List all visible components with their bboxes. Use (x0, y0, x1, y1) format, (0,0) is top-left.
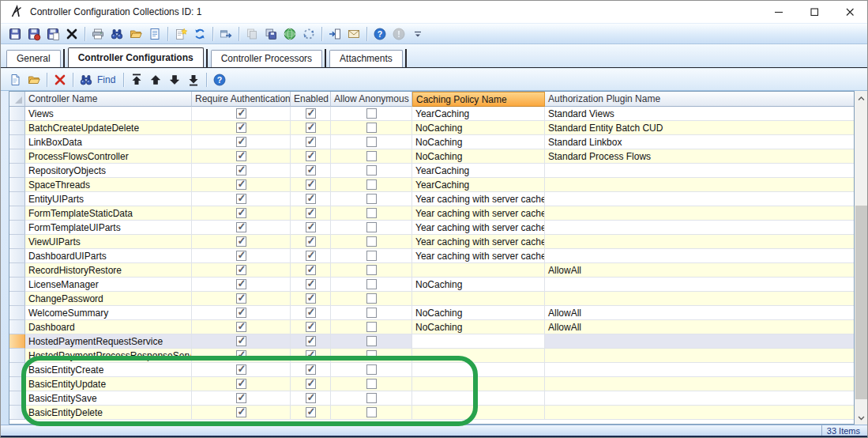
cell-enabled[interactable] (291, 235, 331, 249)
cell-allow-anonymous[interactable] (331, 121, 412, 135)
cell-authorization-plugin[interactable]: AllowAll (545, 306, 854, 320)
cell-enabled[interactable] (291, 178, 331, 192)
cell-enabled[interactable] (291, 306, 331, 320)
unchecked-checkbox-icon[interactable] (366, 251, 377, 261)
cell-caching-policy[interactable] (412, 363, 545, 377)
checked-checkbox-icon[interactable] (306, 108, 316, 119)
unchecked-checkbox-icon[interactable] (366, 137, 377, 147)
cell-caching-policy[interactable] (412, 377, 545, 391)
send-button[interactable] (344, 25, 363, 43)
cell-caching-policy[interactable]: Year caching with server cache (412, 235, 545, 249)
cell-controller-name[interactable]: BasicEntityDelete (25, 406, 192, 420)
checked-checkbox-icon[interactable] (236, 179, 246, 190)
cell-controller-name[interactable]: BasicEntitySave (25, 391, 192, 406)
unchecked-checkbox-icon[interactable] (366, 108, 377, 119)
cell-controller-name[interactable]: LicenseManager (25, 278, 192, 292)
checked-checkbox-icon[interactable] (236, 350, 246, 361)
cell-allow-anonymous[interactable] (331, 135, 412, 149)
cell-authorization-plugin[interactable]: Standard Linkbox (545, 135, 854, 149)
cell-allow-anonymous[interactable] (331, 406, 412, 420)
table-row[interactable]: ViewUIPartsYear caching with server cach… (9, 235, 854, 249)
find-rows-button[interactable] (77, 70, 96, 89)
cell-controller-name[interactable]: ViewUIParts (25, 235, 192, 249)
cell-allow-anonymous[interactable] (331, 320, 412, 334)
select-all-corner[interactable] (9, 92, 25, 107)
cell-caching-policy[interactable]: YearCaching (412, 178, 545, 192)
unchecked-checkbox-icon[interactable] (366, 123, 377, 133)
checked-checkbox-icon[interactable] (306, 208, 316, 218)
checked-checkbox-icon[interactable] (306, 379, 316, 389)
table-row[interactable]: ProcessFlowsControllerNoCachingStandard … (9, 149, 854, 164)
unchecked-checkbox-icon[interactable] (366, 151, 377, 161)
cell-authorization-plugin[interactable] (545, 292, 854, 306)
tab-controller-processors[interactable]: Controller Processors (211, 50, 322, 67)
web-button[interactable] (280, 25, 299, 43)
cell-require-authentication[interactable] (192, 334, 291, 349)
import-button[interactable] (325, 25, 344, 43)
cell-allow-anonymous[interactable] (331, 292, 412, 306)
cell-require-authentication[interactable] (192, 263, 291, 278)
cell-controller-name[interactable]: WelcomeSummary (25, 306, 192, 320)
cell-enabled[interactable] (291, 278, 331, 292)
cell-controller-name[interactable]: RepositoryObjects (25, 164, 192, 178)
checked-checkbox-icon[interactable] (306, 336, 316, 346)
cell-controller-name[interactable]: ChangePassword (25, 292, 192, 306)
row-selector[interactable] (9, 192, 25, 206)
checked-checkbox-icon[interactable] (306, 194, 316, 204)
row-selector[interactable] (9, 363, 25, 377)
cell-caching-policy[interactable]: NoCaching (412, 135, 545, 149)
checked-checkbox-icon[interactable] (236, 108, 246, 119)
unchecked-checkbox-icon[interactable] (366, 350, 377, 361)
checked-checkbox-icon[interactable] (306, 165, 316, 176)
row-selector[interactable] (9, 306, 25, 320)
tab-general[interactable]: General (6, 50, 61, 67)
cell-require-authentication[interactable] (192, 135, 291, 149)
checked-checkbox-icon[interactable] (236, 137, 246, 147)
checked-checkbox-icon[interactable] (306, 364, 316, 375)
delete-row-button[interactable] (51, 70, 70, 89)
checked-checkbox-icon[interactable] (236, 194, 246, 204)
cell-require-authentication[interactable] (192, 349, 291, 363)
checked-checkbox-icon[interactable] (306, 265, 316, 275)
table-row[interactable]: EntityUIPartsYear caching with server ca… (9, 192, 854, 206)
checked-checkbox-icon[interactable] (306, 279, 316, 289)
cell-enabled[interactable] (291, 363, 331, 377)
cell-allow-anonymous[interactable] (331, 363, 412, 377)
cell-enabled[interactable] (291, 263, 331, 278)
find-label[interactable]: Find (97, 74, 115, 85)
open-button[interactable] (126, 25, 145, 43)
preview-button[interactable] (145, 25, 164, 43)
cell-require-authentication[interactable] (192, 149, 291, 164)
checked-checkbox-icon[interactable] (236, 364, 246, 375)
checked-checkbox-icon[interactable] (306, 123, 316, 133)
unchecked-checkbox-icon[interactable] (366, 179, 377, 190)
cell-require-authentication[interactable] (192, 377, 291, 391)
cell-allow-anonymous[interactable] (331, 149, 412, 164)
cell-allow-anonymous[interactable] (331, 278, 412, 292)
cell-caching-policy[interactable] (412, 406, 545, 420)
cell-enabled[interactable] (291, 406, 331, 420)
cell-require-authentication[interactable] (192, 391, 291, 406)
save-and-new-button[interactable] (43, 25, 62, 43)
move-first-button[interactable] (127, 70, 146, 89)
cell-controller-name[interactable]: EntityUIParts (25, 192, 192, 206)
cell-controller-name[interactable]: BasicEntityCreate (25, 363, 192, 377)
minimize-button[interactable] (761, 1, 796, 23)
unchecked-checkbox-icon[interactable] (366, 236, 377, 247)
cell-caching-policy[interactable]: NoCaching (412, 121, 545, 135)
row-selector[interactable] (9, 349, 25, 363)
row-selector[interactable] (9, 221, 25, 235)
unchecked-checkbox-icon[interactable] (366, 165, 377, 176)
cell-caching-policy[interactable]: NoCaching (412, 306, 545, 320)
close-button[interactable] (832, 1, 867, 23)
column-header-controller-name[interactable]: Controller Name (25, 92, 192, 107)
cell-allow-anonymous[interactable] (331, 334, 412, 349)
checked-checkbox-icon[interactable] (236, 336, 246, 346)
cell-caching-policy[interactable]: NoCaching (412, 320, 545, 334)
cell-authorization-plugin[interactable] (545, 406, 854, 420)
cell-authorization-plugin[interactable] (545, 377, 854, 391)
row-selector[interactable] (9, 235, 25, 249)
cell-enabled[interactable] (291, 192, 331, 206)
unchecked-checkbox-icon[interactable] (366, 393, 377, 403)
cell-authorization-plugin[interactable] (545, 235, 854, 249)
